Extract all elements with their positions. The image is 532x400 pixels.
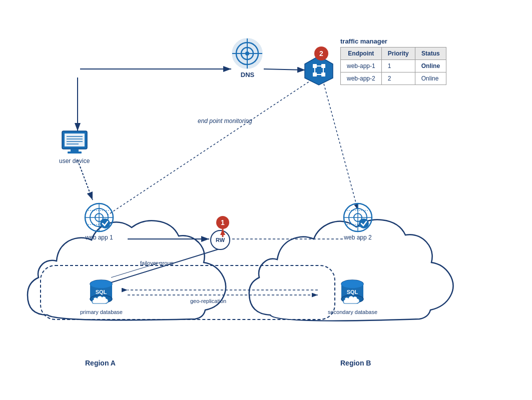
table-row: web-app-2 2 Online — [341, 72, 446, 85]
tm-col-priority: Priority — [381, 48, 415, 60]
svg-point-63 — [90, 280, 112, 288]
table-row: web-app-1 1 Online — [341, 60, 446, 72]
user-device-label: user device — [59, 158, 90, 164]
web-app-2-label: web app 2 — [344, 234, 371, 241]
rw-badge-1: 1 — [215, 215, 230, 240]
geo-replication-label: geo-replication — [190, 298, 226, 304]
web-app-1-icon — [84, 202, 114, 232]
tm-col-status: Status — [415, 48, 446, 60]
tm-table-container: traffic manager Endpoint Priority Status… — [340, 38, 446, 85]
svg-marker-23 — [305, 56, 333, 85]
diagram-container: DNS 2 traffic manager Endpoi — [0, 0, 532, 400]
svg-rect-33 — [65, 134, 85, 146]
rw-pin-icon: 1 — [215, 215, 230, 238]
endpoint-1: web-app-1 — [341, 60, 382, 72]
svg-text:SQL: SQL — [96, 289, 107, 295]
svg-point-55 — [359, 218, 369, 228]
web-app-2-icon — [343, 202, 373, 232]
web-app-2-icon-box: web app 2 — [343, 202, 373, 241]
primary-db-label: primary database — [80, 309, 123, 315]
tm-table: Endpoint Priority Status web-app-1 1 Onl… — [340, 47, 446, 85]
secondary-sql-icon: SQL — [336, 275, 369, 308]
primary-sql-icon: SQL — [85, 275, 118, 308]
status-2: Online — [415, 72, 446, 85]
region-a-label: Region A — [85, 359, 116, 367]
tm-badge-2: 2 — [314, 46, 328, 60]
user-device-icon — [60, 128, 90, 156]
tm-col-endpoint: Endpoint — [341, 48, 382, 60]
web-app-1-icon-box: web app 1 — [84, 202, 114, 241]
primary-sql-icon-box: SQL primary database — [80, 275, 123, 315]
svg-line-5 — [264, 69, 305, 70]
svg-point-47 — [100, 218, 110, 228]
svg-point-68 — [341, 280, 363, 288]
svg-text:SQL: SQL — [347, 289, 358, 295]
endpoint-2: web-app-2 — [341, 72, 382, 85]
dns-icon — [231, 38, 264, 70]
dns-icon-box: DNS — [231, 38, 264, 78]
priority-1: 1 — [381, 60, 415, 72]
web-app-1-label: web app 1 — [85, 234, 113, 241]
status-1: Online — [415, 60, 446, 72]
user-device-icon-box: user device — [59, 128, 90, 164]
svg-text:1: 1 — [221, 218, 225, 226]
priority-2: 2 — [381, 72, 415, 85]
failover-group-label: failover group — [140, 260, 174, 266]
svg-rect-39 — [68, 152, 82, 154]
secondary-sql-icon-box: SQL secondary database — [328, 275, 377, 315]
tm-title: traffic manager — [340, 38, 446, 45]
region-b-label: Region B — [340, 359, 371, 367]
secondary-db-label: secondary database — [328, 309, 377, 315]
endpoint-monitoring-label: end point monitoring — [198, 118, 252, 124]
svg-rect-38 — [71, 149, 79, 152]
